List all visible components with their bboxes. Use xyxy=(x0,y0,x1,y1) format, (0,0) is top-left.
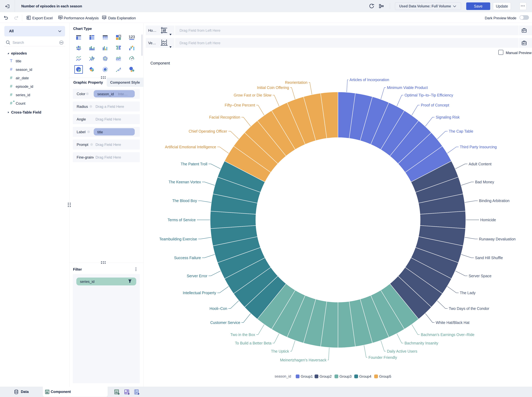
svg-text:Bachman's Earnings Over–Ride: Bachman's Earnings Over–Ride xyxy=(421,333,474,337)
svg-text:Bad Money: Bad Money xyxy=(475,180,494,184)
svg-text:The Uptick: The Uptick xyxy=(271,349,289,353)
svg-text:Artificial Emotional Intellige: Artificial Emotional Intelligence xyxy=(165,145,216,149)
svg-text:Adult Content: Adult Content xyxy=(469,162,492,166)
svg-text:Signaling Risk: Signaling Risk xyxy=(436,115,460,119)
svg-text:Bachmanity Insanity: Bachmanity Insanity xyxy=(405,341,438,345)
svg-text:Sand Hill Shuffle: Sand Hill Shuffle xyxy=(475,256,503,260)
svg-text:The Patent Troll: The Patent Troll xyxy=(181,162,207,166)
svg-text:Homicide: Homicide xyxy=(480,218,496,222)
svg-text:Grow Fast or Die Slow: Grow Fast or Die Slow xyxy=(234,93,272,97)
svg-text:The Cap Table: The Cap Table xyxy=(449,129,473,133)
svg-text:The Keenan Vortex: The Keenan Vortex xyxy=(169,180,201,184)
svg-text:Intellectual Property: Intellectual Property xyxy=(183,291,216,295)
svg-text:Runaway Devaluation: Runaway Devaluation xyxy=(479,237,515,241)
svg-text:The Lady: The Lady xyxy=(460,291,476,295)
svg-text:Server Space: Server Space xyxy=(469,274,491,278)
svg-text:Founder Friendly: Founder Friendly xyxy=(369,355,397,360)
svg-text:Daily Active Users: Daily Active Users xyxy=(387,349,417,353)
svg-text:Reorientation: Reorientation xyxy=(285,80,308,85)
svg-text:Initial Coin Offering: Initial Coin Offering xyxy=(257,86,289,90)
svg-text:Minimum Viable Product: Minimum Viable Product xyxy=(387,86,428,90)
svg-text:Facial Recognition: Facial Recognition xyxy=(209,115,240,119)
svg-text:To Build a Better Beta: To Build a Better Beta xyxy=(235,341,272,345)
svg-text:The Blood Boy: The Blood Boy xyxy=(172,198,197,203)
svg-text:Terms of Service: Terms of Service xyxy=(168,218,196,222)
svg-text:Optimal Tip–to–Tip Efficiency: Optimal Tip–to–Tip Efficiency xyxy=(405,93,453,97)
svg-text:Server Error: Server Error xyxy=(187,274,207,278)
svg-text:Customer Service: Customer Service xyxy=(210,320,240,325)
svg-text:Chief Operating Officer: Chief Operating Officer xyxy=(189,129,227,133)
svg-text:Meinertzhagen's Haversack: Meinertzhagen's Haversack xyxy=(280,358,326,362)
svg-text:White Hat/Black Hat: White Hat/Black Hat xyxy=(436,320,470,325)
svg-text:Two Days of the Condor: Two Days of the Condor xyxy=(449,306,489,311)
svg-text:Hooli–Con: Hooli–Con xyxy=(210,306,227,311)
svg-text:Third Party Insourcing: Third Party Insourcing xyxy=(460,145,497,149)
svg-text:Binding Arbitration: Binding Arbitration xyxy=(479,198,509,203)
svg-text:Fifty–One Percent: Fifty–One Percent xyxy=(225,103,255,107)
svg-text:Teambuilding Exercise: Teambuilding Exercise xyxy=(159,237,197,241)
svg-text:Proof of Concept: Proof of Concept xyxy=(421,103,449,107)
svg-text:Success Failure: Success Failure xyxy=(174,256,201,260)
svg-text:Articles of Incorporation: Articles of Incorporation xyxy=(350,78,389,82)
svg-text:Two in the Box: Two in the Box xyxy=(230,333,255,337)
